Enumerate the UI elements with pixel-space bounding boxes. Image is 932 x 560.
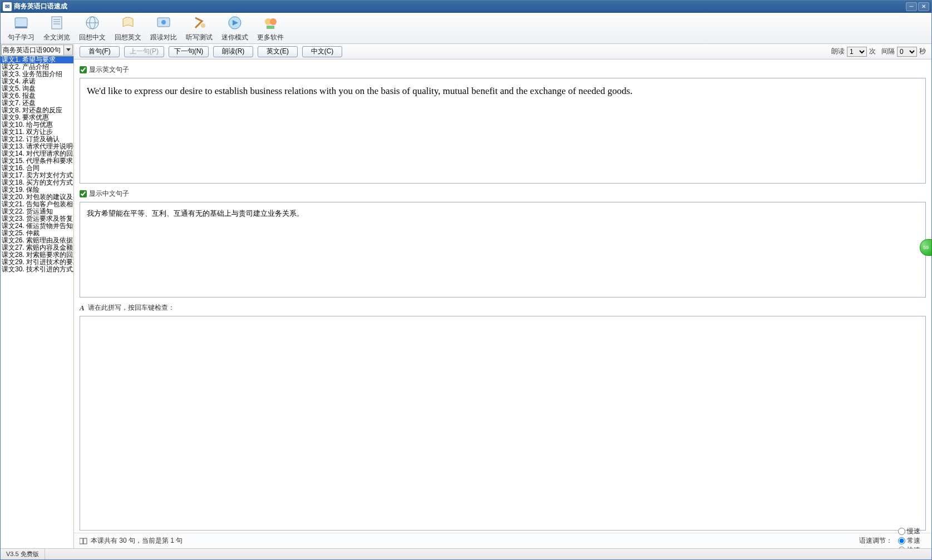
tool-recall-en[interactable]: 回想英文 [111, 12, 145, 44]
tool-mini[interactable]: 迷你模式 [218, 12, 252, 44]
tool-label: 跟读对比 [150, 33, 177, 42]
minimize-button[interactable]: ─ [906, 2, 917, 11]
lesson-item[interactable]: 课文24. 催运货物并告知货 [1, 222, 73, 230]
lesson-item[interactable]: 课文4. 承诺 [1, 78, 73, 85]
lesson-item[interactable]: 课文26. 索赔理由及依据 [1, 237, 73, 244]
lesson-item[interactable]: 课文13. 请求代理并说明代理 [1, 143, 73, 150]
svg-rect-1 [15, 27, 27, 28]
main-toolbar: 句子学习全文浏览回想中文回想英文跟读对比听写测试迷你模式更多软件 [1, 13, 931, 44]
course-select[interactable]: 商务英语口语900句 [1, 44, 73, 56]
tool-recall-cn[interactable]: 回想中文 [75, 12, 110, 44]
lesson-item[interactable]: 课文27. 索赔内容及金额 [1, 244, 73, 251]
tool-browse[interactable]: 全文浏览 [40, 12, 74, 44]
read-settings: 朗读 1 次 间隔 0 秒 [831, 47, 926, 57]
tool-label: 听写测试 [186, 33, 213, 42]
mini-icon [226, 14, 244, 32]
spell-prefix: A [80, 304, 85, 313]
prev-button[interactable]: 上一句(P) [124, 46, 164, 57]
speed-label: 语速调节： [859, 536, 892, 546]
lesson-item[interactable]: 课文3. 业务范围介绍 [1, 71, 73, 78]
float-badge[interactable]: 59 [920, 239, 932, 256]
follow-icon [155, 14, 172, 32]
lesson-item[interactable]: 课文11. 双方让步 [1, 128, 73, 136]
lesson-item[interactable]: 课文6. 报盘 [1, 92, 73, 100]
svg-point-10 [161, 20, 166, 24]
english-sentence-box: We'd like to express our desire to estab… [80, 78, 926, 184]
tool-label: 句子学习 [8, 33, 34, 42]
lesson-item[interactable]: 课文9. 要求优惠 [1, 114, 73, 121]
lesson-item[interactable]: 课文28. 对索赔要求的回应 [1, 251, 73, 259]
interval-select[interactable]: 0 [897, 47, 917, 57]
tool-label: 回想中文 [79, 33, 106, 42]
nav-row: 首句(F)上一句(P)下一句(N)朗读(R)英文(E)中文(C) 朗读 1 次 … [74, 44, 931, 60]
english-button[interactable]: 英文(E) [258, 46, 298, 57]
lesson-item[interactable]: 课文16. 合同 [1, 165, 73, 172]
read-times-select[interactable]: 1 [847, 47, 867, 57]
dictation-icon [190, 14, 208, 32]
speed-option-1[interactable]: 常速 [898, 536, 920, 546]
sidebar: 商务英语口语900句 课文1. 希望与要求课文2. 产品介绍课文3. 业务范围介… [1, 44, 74, 548]
lesson-item[interactable]: 课文25. 仲裁 [1, 230, 73, 237]
browse-icon [48, 14, 66, 32]
chinese-sentence-box: 我方希望能在平等、互利、互通有无的基础上与贵司建立业务关系。 [80, 202, 926, 298]
tool-more[interactable]: 更多软件 [253, 12, 288, 44]
show-chinese-checkbox[interactable] [80, 190, 87, 197]
lesson-item[interactable]: 课文5. 询盘 [1, 85, 73, 92]
lesson-item[interactable]: 课文2. 产品介绍 [1, 63, 73, 71]
dropdown-icon[interactable] [63, 45, 72, 55]
svg-rect-2 [52, 17, 62, 29]
lesson-list[interactable]: 课文1. 希望与要求课文2. 产品介绍课文3. 业务范围介绍课文4. 承诺课文5… [1, 56, 73, 548]
window-title: 商务英语口语速成 [14, 2, 906, 11]
first-button[interactable]: 首句(F) [80, 46, 120, 57]
times-unit: 次 [869, 47, 876, 56]
lesson-item[interactable]: 课文1. 希望与要求 [1, 56, 73, 63]
spell-input[interactable] [80, 316, 926, 531]
lesson-progress-text: 本课共有 30 句，当前是第 1 句 [91, 536, 183, 546]
lesson-item[interactable]: 课文10. 给与优惠 [1, 121, 73, 128]
speed-option-0[interactable]: 慢速 [898, 527, 920, 536]
lesson-item[interactable]: 课文30. 技术引进的方式及 [1, 266, 73, 273]
tool-label: 回想英文 [115, 33, 141, 42]
lesson-item[interactable]: 课文12. 订货及确认 [1, 136, 73, 143]
titlebar: ✉ 商务英语口语速成 ─ ✕ [1, 1, 931, 13]
tool-dictation[interactable]: 听写测试 [182, 12, 216, 44]
app-icon: ✉ [3, 2, 12, 11]
speed-radio[interactable] [898, 537, 905, 544]
tool-study[interactable]: 句子学习 [4, 12, 38, 44]
english-sentence-text: We'd like to express our desire to estab… [87, 86, 633, 96]
tool-label: 更多软件 [257, 33, 284, 42]
show-english-checkbox[interactable] [80, 66, 87, 73]
svg-rect-18 [83, 538, 87, 544]
chinese-sentence-text: 我方希望能在平等、互利、互通有无的基础上与贵司建立业务关系。 [87, 209, 304, 217]
lesson-item[interactable]: 课文29. 对引进技术的要求 [1, 259, 73, 266]
lesson-item[interactable]: 课文20. 对包装的建议及要 [1, 194, 73, 201]
book-icon [80, 538, 87, 544]
show-english-label: 显示英文句子 [89, 65, 129, 75]
read-label: 朗读 [831, 47, 845, 56]
lesson-item[interactable]: 课文21. 告知客户包装相关 [1, 201, 73, 208]
lesson-item[interactable]: 课文23. 货运要求及答复 [1, 215, 73, 222]
lesson-item[interactable]: 课文14. 对代理请求的回应 [1, 150, 73, 157]
close-button[interactable]: ✕ [918, 2, 929, 11]
tool-label: 全文浏览 [43, 33, 70, 42]
chinese-button[interactable]: 中文(C) [302, 46, 342, 57]
speed-radio[interactable] [898, 528, 905, 535]
next-button[interactable]: 下一句(N) [169, 46, 209, 57]
course-select-value: 商务英语口语900句 [3, 46, 61, 55]
lesson-item[interactable]: 课文22. 货运通知 [1, 208, 73, 215]
recall-cn-icon [83, 14, 101, 32]
lesson-item[interactable]: 课文18. 买方的支付方式 [1, 179, 73, 186]
svg-point-14 [270, 18, 277, 25]
lesson-item[interactable]: 课文19. 保险 [1, 186, 73, 194]
lesson-item[interactable]: 课文17. 卖方对支付方式的 [1, 172, 73, 179]
lesson-item[interactable]: 课文15. 代理条件和要求 [1, 157, 73, 165]
read-button[interactable]: 朗读(R) [213, 46, 253, 57]
svg-rect-0 [15, 18, 27, 27]
tool-follow[interactable]: 跟读对比 [146, 12, 181, 44]
lesson-item[interactable]: 课文7. 还盘 [1, 100, 73, 107]
svg-rect-15 [267, 26, 274, 29]
lesson-item[interactable]: 课文8. 对还盘的反应 [1, 107, 73, 114]
tool-label: 迷你模式 [221, 33, 248, 42]
spell-label: 请在此拼写，按回车键检查： [88, 303, 175, 313]
seconds-unit: 秒 [919, 47, 926, 56]
